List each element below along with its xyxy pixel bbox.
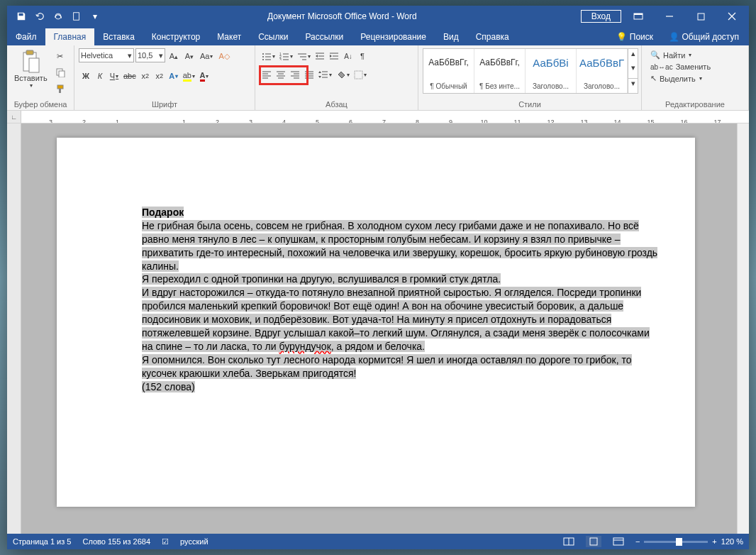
- styles-gallery[interactable]: АаБбВвГг,¶ Обычный АаБбВвГг,¶ Без инте..…: [423, 48, 638, 94]
- font-size-combo[interactable]: 10,5▾: [135, 48, 165, 62]
- print-layout-icon[interactable]: [586, 536, 601, 547]
- close-button[interactable]: [718, 6, 746, 27]
- doc-paragraph: , а рядом и белочка.: [331, 341, 425, 352]
- tab-selector-icon[interactable]: ∟: [7, 111, 21, 123]
- svg-rect-55: [355, 71, 362, 79]
- tab-help[interactable]: Справка: [467, 28, 518, 45]
- strikethrough-button[interactable]: abc: [121, 68, 138, 84]
- proofing-icon[interactable]: ☑: [162, 537, 169, 546]
- tab-file[interactable]: Файл: [7, 28, 45, 45]
- svg-rect-10: [29, 58, 39, 72]
- bullets-icon[interactable]: ▾: [260, 48, 277, 64]
- status-bar: Страница 1 из 5 Слово 155 из 2684 ☑ русс…: [7, 534, 749, 549]
- style-no-spacing[interactable]: АаБбВвГг,¶ Без инте...: [474, 49, 526, 93]
- shading-icon[interactable]: ▾: [334, 67, 352, 82]
- decrease-indent-icon[interactable]: [313, 48, 327, 64]
- maximize-button[interactable]: [686, 6, 715, 27]
- redo-icon[interactable]: [50, 8, 67, 25]
- cut-icon[interactable]: ✂: [53, 48, 67, 64]
- numbering-icon[interactable]: 123▾: [277, 48, 295, 64]
- zoom-out-button[interactable]: −: [635, 537, 640, 546]
- style-preview: АаБбВвГ: [578, 52, 626, 73]
- language-indicator[interactable]: русский: [180, 537, 208, 546]
- subscript-button[interactable]: x2: [138, 68, 152, 84]
- increase-indent-icon[interactable]: [327, 48, 341, 64]
- style-heading2[interactable]: АаБбВвГЗаголово...: [577, 49, 628, 93]
- font-color-icon[interactable]: A▾: [197, 68, 211, 84]
- grow-font-icon[interactable]: A▴: [167, 48, 181, 64]
- styles-more-icon[interactable]: ▴▾▾: [628, 49, 638, 93]
- font-name-combo[interactable]: Helvetica▾: [79, 48, 134, 62]
- tab-layout[interactable]: Макет: [209, 28, 250, 45]
- clipboard-icon: [21, 50, 40, 74]
- horizontal-ruler[interactable]: ∟ 3211234567891011121314151617: [7, 111, 749, 123]
- style-preview: АаБбВвГг,: [476, 52, 523, 73]
- style-heading1[interactable]: АаБбВіЗаголово...: [526, 49, 577, 93]
- multilevel-icon[interactable]: ▾: [295, 48, 313, 64]
- zoom-slider[interactable]: [644, 541, 708, 543]
- clear-format-icon[interactable]: A◇: [216, 48, 231, 64]
- qat-dropdown-icon[interactable]: ▾: [87, 8, 104, 25]
- web-layout-icon[interactable]: [613, 537, 624, 546]
- signin-button[interactable]: Вход: [581, 10, 621, 23]
- page-scroll[interactable]: Подарок Не грибная была осень, совсем не…: [21, 123, 737, 534]
- svg-point-17: [262, 56, 264, 57]
- italic-button[interactable]: К: [93, 68, 107, 84]
- align-right-button[interactable]: [288, 67, 302, 82]
- svg-rect-13: [57, 85, 63, 89]
- zoom-level[interactable]: 120 %: [721, 537, 743, 546]
- find-button[interactable]: 🔍Найти▾: [649, 50, 741, 60]
- ribbon-display-icon[interactable]: [624, 6, 652, 27]
- new-doc-icon[interactable]: [68, 8, 85, 25]
- line-spacing-icon[interactable]: ▾: [316, 67, 334, 82]
- svg-rect-12: [59, 71, 65, 77]
- pilcrow-icon[interactable]: ¶: [355, 48, 369, 64]
- ribbon-tabs: Файл Главная Вставка Конструктор Макет С…: [7, 27, 749, 45]
- page-indicator[interactable]: Страница 1 из 5: [13, 537, 71, 546]
- zoom-in-button[interactable]: +: [712, 537, 716, 546]
- doc-paragraph: Не грибная была осень, совсем не грибная…: [142, 220, 657, 272]
- replace-button[interactable]: ab↔acЗаменить: [649, 62, 741, 72]
- undo-icon[interactable]: [31, 8, 48, 25]
- paste-button[interactable]: Вставить▾: [11, 48, 50, 90]
- minimize-button[interactable]: [655, 6, 684, 27]
- tab-mailings[interactable]: Рассылки: [296, 28, 352, 45]
- borders-icon[interactable]: ▾: [352, 67, 369, 82]
- copy-icon[interactable]: [53, 65, 67, 80]
- styles-group-label: Стили: [418, 99, 641, 109]
- align-center-button[interactable]: [274, 67, 288, 82]
- change-case-icon[interactable]: Aa▾: [198, 48, 215, 64]
- tab-view[interactable]: Вид: [435, 28, 467, 45]
- vertical-scrollbar[interactable]: [737, 123, 749, 534]
- share-button[interactable]: 👤 Общий доступ: [666, 28, 742, 45]
- vertical-ruler[interactable]: [7, 123, 21, 534]
- text-effects-icon[interactable]: A▾: [167, 68, 181, 84]
- page[interactable]: Подарок Не грибная была осень, совсем не…: [57, 138, 695, 507]
- tab-references[interactable]: Ссылки: [250, 28, 296, 45]
- highlight-icon[interactable]: ab▾: [181, 68, 197, 84]
- style-preview: АаБбВі: [527, 52, 574, 73]
- search-button[interactable]: 💡 Поиск: [613, 28, 656, 45]
- bold-button[interactable]: Ж: [79, 68, 93, 84]
- superscript-button[interactable]: x2: [152, 68, 167, 84]
- save-icon[interactable]: [13, 8, 30, 25]
- justify-button[interactable]: [302, 67, 316, 82]
- paste-label: Вставить: [14, 74, 48, 82]
- tab-home[interactable]: Главная: [45, 28, 95, 45]
- sort-icon[interactable]: A↓: [341, 48, 355, 64]
- tab-insert[interactable]: Вставка: [94, 28, 143, 45]
- underline-button[interactable]: Ч▾: [107, 68, 121, 84]
- tab-design[interactable]: Конструктор: [143, 28, 209, 45]
- format-painter-icon[interactable]: [53, 81, 67, 97]
- align-left-button[interactable]: [260, 67, 274, 82]
- doc-paragraph: Я опомнился. Вон сколько тут лесного нар…: [142, 354, 632, 379]
- style-normal[interactable]: АаБбВвГг,¶ Обычный: [423, 49, 474, 93]
- shrink-font-icon[interactable]: A▾: [182, 48, 196, 64]
- editing-group-label: Редактирование: [642, 99, 748, 109]
- spelling-error: бурундучок: [279, 341, 330, 352]
- tab-review[interactable]: Рецензирование: [352, 28, 435, 45]
- word-count[interactable]: Слово 155 из 2684: [82, 537, 150, 546]
- select-button[interactable]: ↖Выделить▾: [649, 73, 741, 84]
- replace-label: Заменить: [676, 62, 711, 71]
- read-mode-icon[interactable]: [563, 537, 574, 546]
